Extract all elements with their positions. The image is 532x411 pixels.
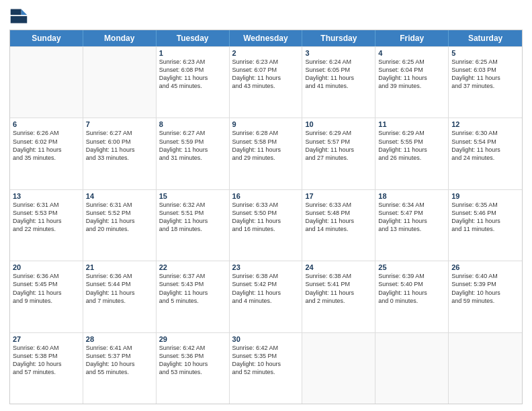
- weekday-header-tuesday: Tuesday: [157, 30, 230, 46]
- cell-info-line: Sunset: 6:02 PM: [13, 138, 80, 146]
- cell-info-line: Sunset: 5:59 PM: [159, 138, 226, 146]
- day-number: 18: [378, 192, 445, 200]
- cell-info-line: Daylight: 11 hours: [232, 74, 300, 82]
- calendar-row-4: 20Sunrise: 6:36 AMSunset: 5:45 PMDayligh…: [10, 261, 522, 332]
- calendar-cell-day-19: 19Sunrise: 6:35 AMSunset: 5:46 PMDayligh…: [449, 190, 522, 261]
- calendar-row-2: 6Sunrise: 6:26 AMSunset: 6:02 PMDaylight…: [10, 118, 522, 189]
- day-number: 16: [232, 192, 300, 200]
- cell-info-line: Sunrise: 6:25 AM: [451, 58, 519, 66]
- weekday-header-wednesday: Wednesday: [230, 30, 303, 46]
- cell-info-line: Sunrise: 6:35 AM: [451, 201, 519, 209]
- cell-info-line: Sunset: 5:40 PM: [378, 280, 445, 288]
- calendar-header: SundayMondayTuesdayWednesdayThursdayFrid…: [10, 30, 522, 46]
- cell-info-line: and 2 minutes.: [305, 297, 372, 305]
- day-number: 30: [232, 335, 300, 343]
- cell-info-line: Daylight: 11 hours: [305, 217, 372, 225]
- cell-info-line: and 57 minutes.: [13, 368, 80, 376]
- cell-info-line: Sunset: 5:46 PM: [451, 209, 519, 217]
- weekday-header-monday: Monday: [83, 30, 157, 46]
- cell-info-line: Daylight: 11 hours: [232, 289, 300, 297]
- weekday-header-sunday: Sunday: [10, 30, 83, 46]
- calendar-cell-day-13: 13Sunrise: 6:31 AMSunset: 5:53 PMDayligh…: [10, 190, 83, 261]
- cell-info-line: Daylight: 11 hours: [378, 74, 445, 82]
- calendar-cell-day-1: 1Sunrise: 6:23 AMSunset: 6:08 PMDaylight…: [157, 47, 230, 118]
- day-number: 15: [159, 192, 226, 200]
- cell-info-line: Sunrise: 6:41 AM: [86, 344, 153, 352]
- cell-info-line: and 13 minutes.: [378, 225, 445, 233]
- cell-info-line: Sunrise: 6:36 AM: [86, 272, 153, 280]
- cell-info-line: Sunset: 5:58 PM: [232, 138, 300, 146]
- cell-info-line: Sunset: 5:54 PM: [451, 138, 519, 146]
- cell-info-line: and 41 minutes.: [305, 82, 372, 90]
- cell-info-line: Sunset: 5:44 PM: [86, 280, 153, 288]
- day-number: 21: [86, 263, 153, 271]
- cell-info-line: Daylight: 11 hours: [86, 146, 153, 154]
- cell-info-line: and 24 minutes.: [451, 154, 519, 162]
- cell-info-line: and 7 minutes.: [86, 297, 153, 305]
- calendar-cell-day-28: 28Sunrise: 6:41 AMSunset: 5:37 PMDayligh…: [83, 333, 157, 404]
- calendar-cell-day-14: 14Sunrise: 6:31 AMSunset: 5:52 PMDayligh…: [83, 190, 157, 261]
- cell-info-line: Sunrise: 6:26 AM: [13, 129, 80, 137]
- cell-info-line: and 9 minutes.: [13, 297, 80, 305]
- calendar-cell-day-17: 17Sunrise: 6:33 AMSunset: 5:48 PMDayligh…: [302, 190, 375, 261]
- cell-info-line: Daylight: 11 hours: [305, 146, 372, 154]
- cell-info-line: Daylight: 10 hours: [451, 289, 519, 297]
- day-number: 29: [159, 335, 226, 343]
- day-number: 13: [13, 192, 80, 200]
- logo: [9, 7, 31, 26]
- cell-info-line: Sunset: 6:03 PM: [451, 66, 519, 74]
- calendar-cell-day-4: 4Sunrise: 6:25 AMSunset: 6:04 PMDaylight…: [375, 47, 449, 118]
- calendar-cell-day-11: 11Sunrise: 6:29 AMSunset: 5:55 PMDayligh…: [375, 118, 449, 189]
- cell-info-line: Sunrise: 6:40 AM: [13, 344, 80, 352]
- cell-info-line: Sunrise: 6:32 AM: [159, 201, 226, 209]
- page: SundayMondayTuesdayWednesdayThursdayFrid…: [0, 0, 532, 411]
- cell-info-line: and 0 minutes.: [378, 297, 445, 305]
- day-number: 2: [232, 49, 300, 57]
- calendar-cell-day-26: 26Sunrise: 6:40 AMSunset: 5:39 PMDayligh…: [449, 261, 522, 332]
- cell-info-line: Sunset: 5:37 PM: [86, 352, 153, 360]
- day-number: 8: [159, 120, 226, 128]
- day-number: 7: [86, 120, 153, 128]
- calendar-cell-day-25: 25Sunrise: 6:39 AMSunset: 5:40 PMDayligh…: [375, 261, 449, 332]
- cell-info-line: Sunrise: 6:42 AM: [232, 344, 300, 352]
- cell-info-line: Daylight: 11 hours: [378, 146, 445, 154]
- cell-info-line: Sunrise: 6:39 AM: [378, 272, 445, 280]
- cell-info-line: Daylight: 11 hours: [159, 289, 226, 297]
- cell-info-line: and 52 minutes.: [232, 368, 300, 376]
- calendar-cell-day-24: 24Sunrise: 6:38 AMSunset: 5:41 PMDayligh…: [302, 261, 375, 332]
- calendar-cell-day-3: 3Sunrise: 6:24 AMSunset: 6:05 PMDaylight…: [302, 47, 375, 118]
- cell-info-line: Daylight: 11 hours: [305, 74, 372, 82]
- cell-info-line: and 43 minutes.: [232, 82, 300, 90]
- cell-info-line: Daylight: 11 hours: [232, 217, 300, 225]
- cell-info-line: Sunset: 6:07 PM: [232, 66, 300, 74]
- cell-info-line: Sunset: 5:45 PM: [13, 280, 80, 288]
- header: [9, 7, 523, 26]
- cell-info-line: Sunrise: 6:29 AM: [305, 129, 372, 137]
- cell-info-line: Sunrise: 6:27 AM: [86, 129, 153, 137]
- calendar-cell-day-6: 6Sunrise: 6:26 AMSunset: 6:02 PMDaylight…: [10, 118, 83, 189]
- cell-info-line: Daylight: 10 hours: [86, 360, 153, 368]
- day-number: 11: [378, 120, 445, 128]
- cell-info-line: Sunrise: 6:38 AM: [232, 272, 300, 280]
- day-number: 17: [305, 192, 372, 200]
- cell-info-line: and 31 minutes.: [159, 154, 226, 162]
- cell-info-line: Sunset: 5:50 PM: [232, 209, 300, 217]
- cell-info-line: Daylight: 11 hours: [451, 74, 519, 82]
- calendar-cell-day-9: 9Sunrise: 6:28 AMSunset: 5:58 PMDaylight…: [230, 118, 303, 189]
- cell-info-line: Sunrise: 6:24 AM: [305, 58, 372, 66]
- cell-info-line: and 53 minutes.: [159, 368, 226, 376]
- cell-info-line: Sunset: 5:48 PM: [305, 209, 372, 217]
- calendar-cell-day-12: 12Sunrise: 6:30 AMSunset: 5:54 PMDayligh…: [449, 118, 522, 189]
- cell-info-line: Sunset: 6:05 PM: [305, 66, 372, 74]
- cell-info-line: and 35 minutes.: [13, 154, 80, 162]
- calendar-cell-day-20: 20Sunrise: 6:36 AMSunset: 5:45 PMDayligh…: [10, 261, 83, 332]
- calendar-cell-day-2: 2Sunrise: 6:23 AMSunset: 6:07 PMDaylight…: [230, 47, 303, 118]
- day-number: 26: [451, 263, 519, 271]
- day-number: 9: [232, 120, 300, 128]
- calendar-cell-empty: [83, 47, 157, 118]
- cell-info-line: and 29 minutes.: [232, 154, 300, 162]
- day-number: 20: [13, 263, 80, 271]
- day-number: 3: [305, 49, 372, 57]
- cell-info-line: Sunrise: 6:34 AM: [378, 201, 445, 209]
- cell-info-line: and 11 minutes.: [451, 225, 519, 233]
